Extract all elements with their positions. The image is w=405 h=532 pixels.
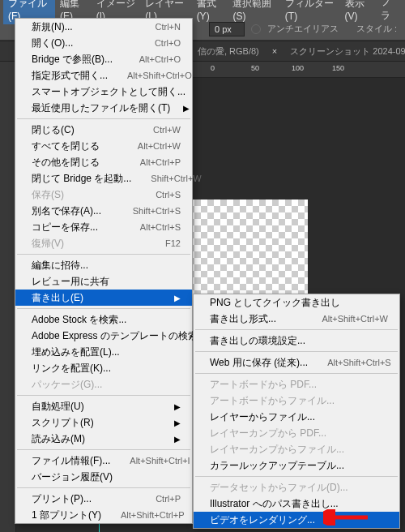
file-menu-item[interactable]: 最近使用したファイルを開く(T)▶ — [15, 100, 192, 116]
file-menu-item[interactable]: スマートオブジェクトとして開く... — [15, 84, 192, 100]
menu-item-label: 書き出し形式... — [210, 312, 276, 326]
export-menu-item: アートボードからファイル... — [194, 393, 399, 409]
file-menu-item[interactable]: ファイル情報(F)...Alt+Shift+Ctrl+I — [15, 453, 192, 469]
export-menu-item[interactable]: PNG としてクイック書き出し — [194, 294, 399, 311]
menu-item-label: コピーを保存... — [32, 221, 98, 234]
export-menu-item[interactable]: 書き出しの環境設定... — [194, 332, 399, 349]
menu-item-label: その他を閉じる — [32, 156, 100, 169]
menu-item-label: ビデオをレンダリング... — [210, 513, 315, 527]
menu-shortcut: Alt+Ctrl+P — [140, 157, 181, 167]
menu-item-label: スマートオブジェクトとして開く... — [32, 85, 185, 99]
menu-select[interactable]: 選択範囲(S) — [228, 0, 279, 24]
menu-shortcut: Alt+Shift+Ctrl+O — [127, 71, 192, 80]
menu-view[interactable]: 表示(V) — [340, 0, 377, 24]
menu-item-label: 閉じる(C) — [32, 123, 75, 137]
menu-item-label: Illustrator へのパス書き出し... — [210, 497, 339, 511]
menu-shortcut: Alt+Shift+Ctrl+S — [327, 358, 391, 367]
file-menu-item[interactable]: 編集に招待... — [15, 257, 192, 273]
menu-shortcut: Alt+Shift+Ctrl+W — [322, 314, 388, 324]
file-menu-item[interactable]: 指定形式で開く...Alt+Shift+Ctrl+O — [15, 67, 192, 84]
export-menu-item: レイヤーカンプからファイル... — [194, 441, 399, 457]
antialias-checkbox[interactable] — [251, 24, 261, 34]
file-menu-item[interactable]: Adobe Stock を検索... — [15, 311, 192, 328]
menu-separator — [195, 329, 398, 330]
file-menu-item: 保存(S)Ctrl+S — [15, 187, 192, 203]
menu-item-label: アートボードからファイル... — [210, 394, 335, 408]
menu-item-label: 書き出しの環境設定... — [210, 334, 305, 348]
menu-item-label: バージョン履歴(V) — [32, 470, 113, 484]
antialias-label: アンチエイリアス — [267, 23, 339, 35]
file-menu-item[interactable]: レビュー用に共有 — [15, 273, 192, 290]
menu-item-label: 1 部プリント(Y) — [32, 508, 101, 522]
file-menu-item[interactable]: 新規(N)...Ctrl+N — [15, 19, 192, 35]
menu-bar: ファイル(F) 編集(E) イメージ(I) レイヤー(L) 書式(Y) 選択範囲… — [0, 0, 405, 18]
export-menu-item[interactable]: ビデオをレンダリング... — [194, 512, 399, 528]
file-menu-item[interactable]: スクリプト(R)▶ — [15, 414, 192, 431]
menu-shortcut: Ctrl+S — [156, 190, 181, 200]
menu-separator — [17, 487, 190, 488]
menu-item-label: カラールックアップテーブル... — [210, 459, 344, 473]
file-menu-item[interactable]: 書き出し(E)▶ — [15, 290, 192, 306]
menu-item-label: 書き出し(E) — [32, 291, 83, 305]
file-menu-item[interactable]: Adobe Express のテンプレートの検索... — [15, 328, 192, 344]
file-menu-item[interactable]: 別名で保存(A)...Shift+Ctrl+S — [15, 203, 192, 219]
menu-shortcut: Alt+Ctrl+S — [140, 222, 181, 232]
menu-item-label: すべてを閉じる — [32, 139, 100, 153]
menu-item-label: 別名で保存(A)... — [32, 204, 101, 218]
export-menu-item[interactable]: レイヤーからファイル... — [194, 409, 399, 425]
feather-field[interactable]: 0 px — [209, 22, 245, 36]
menu-item-label: Adobe Express のテンプレートの検索... — [32, 329, 206, 343]
file-menu-item[interactable]: 閉じて Bridge を起動...Shift+Ctrl+W — [15, 170, 192, 187]
file-menu-item[interactable]: すべてを閉じるAlt+Ctrl+W — [15, 138, 192, 154]
menu-type[interactable]: 書式(Y) — [192, 0, 228, 24]
file-menu-item[interactable]: 埋め込みを配置(L)... — [15, 344, 192, 360]
export-menu-item[interactable]: 書き出し形式...Alt+Shift+Ctrl+W — [194, 311, 399, 327]
export-menu-item[interactable]: カラールックアップテーブル... — [194, 457, 399, 474]
submenu-arrow-icon: ▶ — [174, 418, 181, 427]
menu-item-label: 自動処理(U) — [32, 400, 84, 414]
file-menu-item[interactable]: バージョン履歴(V) — [15, 469, 192, 485]
menu-item-label: 読み込み(M) — [32, 432, 85, 446]
menu-item-label: 閉じて Bridge を起動... — [32, 172, 131, 186]
menu-separator — [195, 373, 398, 374]
menu-shortcut: Ctrl+W — [153, 125, 181, 135]
menu-separator — [195, 351, 398, 352]
file-menu-item[interactable]: 1 部プリント(Y)Alt+Shift+Ctrl+P — [15, 507, 192, 523]
menu-item-label: レビュー用に共有 — [32, 275, 109, 289]
menu-plugins[interactable]: プラ — [376, 0, 402, 25]
export-menu-item[interactable]: Illustrator へのパス書き出し... — [194, 496, 399, 512]
menu-item-label: レイヤーからファイル... — [210, 410, 315, 424]
file-menu-item[interactable]: リンクを配置(K)... — [15, 360, 192, 376]
menu-item-label: データセットからファイル(D)... — [210, 481, 348, 495]
menu-separator — [17, 308, 190, 309]
menu-item-label: リンクを配置(K)... — [32, 362, 111, 375]
menu-item-label: Bridge で参照(B)... — [32, 53, 113, 66]
export-menu-item[interactable]: Web 用に保存 (従来)...Alt+Shift+Ctrl+S — [194, 354, 399, 371]
close-tab-icon[interactable]: × — [272, 46, 277, 56]
menu-item-label: 開く(O)... — [32, 36, 73, 50]
file-menu-item[interactable]: コピーを保存...Alt+Ctrl+S — [15, 219, 192, 235]
menu-filter[interactable]: フィルター(T) — [280, 0, 340, 24]
file-menu-item[interactable]: Bridge で参照(B)...Alt+Ctrl+O — [15, 51, 192, 67]
doc-tab-1[interactable]: 信の愛, RGB/8) — [198, 45, 259, 58]
file-menu-item[interactable]: 開く(O)...Ctrl+O — [15, 35, 192, 51]
menu-item-label: Adobe Stock を検索... — [32, 313, 126, 327]
file-menu-item[interactable]: 閉じる(C)Ctrl+W — [15, 122, 192, 138]
menu-item-label: 編集に招待... — [32, 259, 88, 272]
menu-item-label: レイヤーカンプからファイル... — [210, 443, 344, 457]
doc-tab-2[interactable]: スクリーンショット 2024-09-29 — [290, 45, 405, 58]
menu-item-label: アートボードから PDF... — [210, 378, 317, 392]
file-menu-item[interactable]: 自動処理(U)▶ — [15, 398, 192, 414]
menu-separator — [195, 476, 398, 477]
menu-shortcut: Alt+Shift+Ctrl+P — [121, 510, 185, 520]
menu-separator — [17, 449, 190, 450]
ruler-tick: 100 — [292, 64, 304, 72]
file-menu-item[interactable]: プリント(P)...Ctrl+P — [15, 491, 192, 507]
menu-item-label: パッケージ(G)... — [32, 378, 102, 392]
menu-shortcut: Ctrl+P — [156, 494, 181, 504]
menu-separator — [17, 254, 190, 255]
ruler-vertical — [0, 62, 16, 532]
file-menu-item[interactable]: その他を閉じるAlt+Ctrl+P — [15, 154, 192, 170]
file-menu-item[interactable]: 読み込み(M)▶ — [15, 431, 192, 447]
export-menu-item: レイヤーカンプから PDF... — [194, 425, 399, 441]
